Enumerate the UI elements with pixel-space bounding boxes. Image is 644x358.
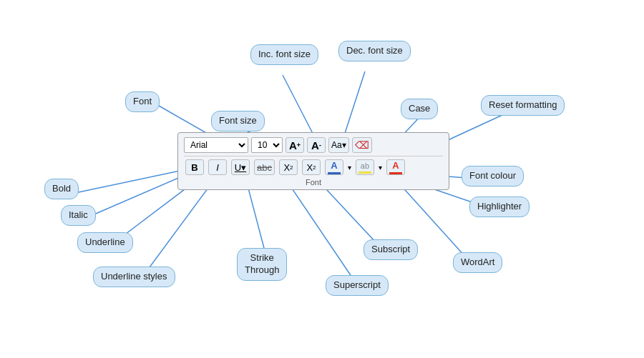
ribbon-panel-label: Font [184,178,443,187]
case-label: Case [401,99,438,119]
bold-label: Bold [44,179,79,199]
highlighter-label: Highlighter [469,197,530,217]
font-colour-label: Font colour [462,166,524,187]
inc-font-size-label: Inc. font size [250,44,318,65]
font-select[interactable]: Arial [184,137,248,153]
svg-line-0 [75,169,187,193]
reset-formatting-label: Reset formatting [481,95,565,116]
font-ribbon-panel: Arial 10 A+ A- Aa▾ ⌫ B I U▾ abc X2 X2 A … [177,132,449,190]
italic-label: Italic [61,205,96,226]
strikethrough-label: Strike Through [237,248,287,281]
inc-font-size-button[interactable]: A+ [286,137,304,153]
highlighter-button[interactable]: ab [356,159,374,175]
font-label: Font [125,91,160,112]
subscript-label: Subscript [364,239,418,260]
case-button[interactable]: Aa▾ [328,137,349,153]
superscript-label: Superscript [326,275,389,296]
italic-button[interactable]: I [208,159,227,175]
wordart-label: WordArt [453,252,502,273]
reset-formatting-button[interactable]: ⌫ [352,137,372,153]
font-size-label: Font size [211,111,265,131]
wordart-font-color-button[interactable]: A [386,159,405,175]
font-color-button[interactable]: A [325,159,343,175]
underline-button[interactable]: U▾ [231,159,250,175]
superscript-button[interactable]: X2 [302,159,321,175]
font-size-select[interactable]: 10 [251,137,283,153]
strikethrough-button[interactable]: abc [254,159,275,175]
dec-font-size-label: Dec. font size [338,41,411,61]
underline-styles-label: Underline styles [93,267,175,287]
subscript-button[interactable]: X2 [279,159,298,175]
bold-button[interactable]: B [185,159,204,175]
underline-label: Underline [77,232,133,253]
dec-font-size-button[interactable]: A- [307,137,326,153]
